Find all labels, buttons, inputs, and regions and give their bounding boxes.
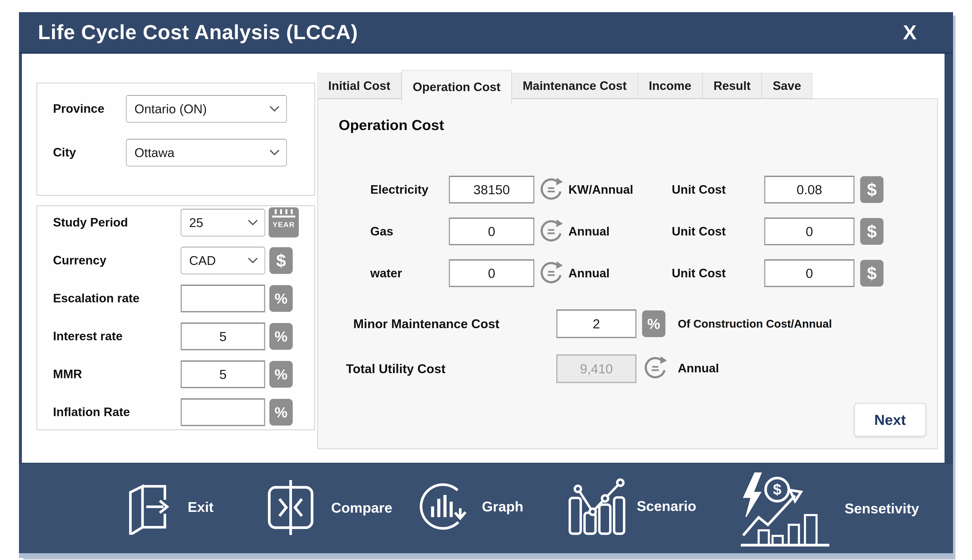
- mmr-input[interactable]: [181, 360, 265, 388]
- cycle-refresh-icon: [538, 260, 564, 286]
- total-utility-unit-label: Annual: [678, 354, 719, 382]
- location-panel: Province Ontario (ON) City Ottawa: [37, 83, 315, 196]
- city-dropdown[interactable]: Ottawa: [126, 139, 287, 167]
- percent-icon: %: [269, 285, 293, 312]
- minor-maintenance-suffix: Of Construction Cost/Annual: [678, 309, 832, 338]
- cycle-refresh-icon: [538, 176, 564, 202]
- chevron-down-icon: [269, 149, 280, 156]
- tab-result[interactable]: Result: [703, 73, 762, 98]
- inflation-rate-label: Inflation Rate: [53, 398, 130, 426]
- water-input[interactable]: [449, 259, 534, 287]
- total-utility-label: Total Utility Cost: [346, 354, 445, 383]
- electricity-label: Electricity: [370, 176, 428, 203]
- chevron-down-icon: [247, 219, 258, 226]
- exit-button[interactable]: Exit: [121, 479, 213, 535]
- compare-icon: [261, 477, 320, 538]
- study-period-dropdown[interactable]: 25: [181, 209, 265, 237]
- graph-label: Graph: [482, 498, 524, 515]
- percent-icon: %: [269, 323, 293, 350]
- tab-operation-cost[interactable]: Operation Cost: [402, 70, 512, 103]
- cycle-refresh-icon: [538, 218, 564, 244]
- water-label: water: [370, 259, 402, 287]
- study-period-label: Study Period: [53, 209, 128, 236]
- gas-input[interactable]: [449, 218, 534, 245]
- dollar-icon: $: [860, 218, 884, 245]
- province-dropdown[interactable]: Ontario (ON): [126, 95, 287, 123]
- chevron-down-icon: [269, 105, 280, 112]
- sensetivity-button[interactable]: $ Sensetivity: [737, 468, 919, 548]
- title-bar: Life Cycle Cost Analysis (LCCA) X: [19, 12, 953, 54]
- province-value: Ontario (ON): [127, 102, 207, 116]
- gas-unit-cost-input[interactable]: [764, 218, 855, 245]
- graph-button[interactable]: Graph: [414, 478, 524, 535]
- unit-cost-label: Unit Cost: [672, 218, 726, 245]
- currency-value: CAD: [182, 253, 216, 268]
- percent-icon: %: [642, 310, 665, 337]
- percent-icon: %: [269, 361, 293, 388]
- water-row: water Annual Unit Cost $: [318, 259, 937, 287]
- gas-unit-label: Annual: [569, 218, 610, 245]
- dollar-icon: $: [860, 260, 884, 287]
- window-title: Life Cycle Cost Analysis (LCCA): [19, 20, 358, 44]
- water-unit-label: Annual: [569, 259, 610, 287]
- currency-label: Currency: [53, 247, 107, 274]
- currency-dropdown[interactable]: CAD: [181, 247, 265, 274]
- tab-initial-cost[interactable]: Initial Cost: [317, 73, 402, 98]
- minor-maintenance-label: Minor Maintenance Cost: [353, 309, 499, 338]
- electricity-unit-label: KW/Annual: [569, 176, 634, 203]
- close-button[interactable]: X: [903, 21, 917, 44]
- province-label: Province: [53, 95, 104, 122]
- operation-cost-heading: Operation Cost: [338, 117, 444, 133]
- electricity-row: Electricity KW/Annual Unit Cost $: [318, 176, 937, 203]
- unit-cost-label: Unit Cost: [672, 176, 726, 203]
- cycle-refresh-icon: [642, 355, 669, 381]
- percent-icon: %: [269, 399, 293, 426]
- mmr-label: MMR: [53, 360, 82, 388]
- tab-save[interactable]: Save: [762, 73, 812, 98]
- dollar-icon: $: [860, 176, 884, 203]
- escalation-rate-input[interactable]: [181, 285, 265, 312]
- compare-label: Compare: [331, 500, 392, 516]
- main-content: Province Ontario (ON) City Ottawa Study …: [22, 54, 945, 468]
- exit-door-icon: [121, 479, 177, 535]
- svg-text:$: $: [773, 481, 781, 498]
- dollar-icon: $: [269, 247, 293, 274]
- compare-button[interactable]: Compare: [261, 477, 392, 538]
- tab-maintenance-cost[interactable]: Maintenance Cost: [512, 73, 638, 98]
- study-period-value: 25: [182, 215, 203, 230]
- electricity-input[interactable]: [449, 176, 534, 203]
- unit-cost-label: Unit Cost: [672, 259, 726, 287]
- calendar-year-icon: YEAR: [268, 207, 299, 237]
- operation-cost-panel: Operation Cost Electricity KW/Annual Uni…: [317, 98, 938, 449]
- chevron-down-icon: [247, 257, 258, 264]
- minor-maintenance-input[interactable]: [556, 309, 637, 338]
- parameters-panel: Study Period 25 YEAR Currency CAD $ Esca…: [37, 205, 315, 430]
- tab-income[interactable]: Income: [638, 73, 703, 98]
- gas-row: Gas Annual Unit Cost $: [318, 218, 937, 245]
- minor-maintenance-row: Minor Maintenance Cost % Of Construction…: [318, 309, 937, 338]
- escalation-rate-label: Escalation rate: [53, 285, 140, 312]
- scenario-bars-icon: [564, 475, 626, 536]
- total-utility-row: Total Utility Cost Annual: [318, 354, 937, 383]
- graph-icon: [414, 478, 471, 535]
- inflation-rate-input[interactable]: [181, 398, 265, 426]
- sensetivity-label: Sensetivity: [845, 500, 919, 517]
- interest-rate-input[interactable]: [181, 323, 265, 350]
- gas-label: Gas: [370, 218, 393, 245]
- total-utility-value: [556, 354, 637, 383]
- lcca-window: Life Cycle Cost Analysis (LCCA) X Provin…: [19, 12, 953, 558]
- electricity-unit-cost-input[interactable]: [764, 176, 855, 203]
- sensetivity-trend-icon: $: [737, 468, 834, 548]
- scenario-label: Scenario: [637, 498, 696, 514]
- interest-rate-label: Interest rate: [53, 323, 123, 350]
- city-label: City: [53, 139, 76, 166]
- footer-bar: Exit Compare G: [19, 463, 953, 558]
- scenario-button[interactable]: Scenario: [564, 475, 696, 536]
- next-button[interactable]: Next: [854, 403, 926, 437]
- city-value: Ottawa: [127, 145, 175, 160]
- exit-label: Exit: [188, 499, 213, 515]
- water-unit-cost-input[interactable]: [764, 259, 855, 287]
